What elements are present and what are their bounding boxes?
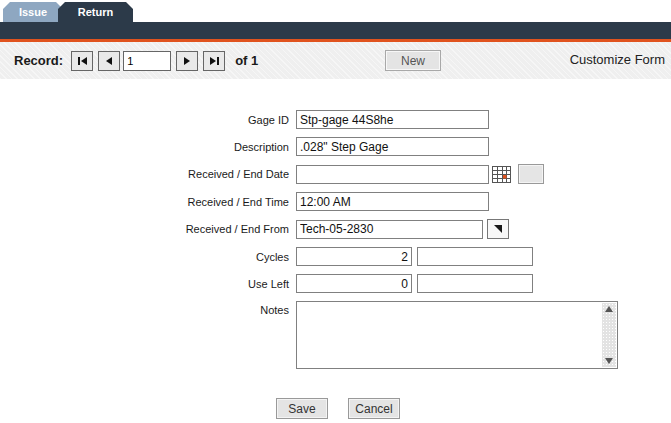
customize-form-link[interactable]: Customize Form — [570, 52, 665, 67]
received-end-date-label: Received / End Date — [0, 168, 296, 180]
tab-return[interactable]: Return — [58, 2, 133, 22]
date-picker-button[interactable] — [491, 165, 512, 184]
received-end-date-row: Received / End Date — [0, 164, 671, 184]
first-record-icon — [78, 57, 80, 65]
return-form: Gage ID Description Received / End Date — [0, 79, 671, 423]
use-left-secondary-field[interactable] — [417, 274, 533, 293]
tab-return-label: Return — [78, 6, 113, 18]
form-actions: Save Cancel — [276, 398, 671, 419]
tab-strip: Issue Return — [0, 0, 671, 22]
record-count-label: of 1 — [235, 53, 258, 68]
record-number-input[interactable] — [123, 51, 171, 71]
calendar-icon — [492, 166, 511, 183]
save-button[interactable]: Save — [276, 398, 328, 419]
cycles-label: Cycles — [0, 251, 296, 263]
received-end-time-label: Received / End Time — [0, 196, 296, 208]
previous-record-button[interactable] — [98, 51, 120, 71]
tab-issue[interactable]: Issue — [3, 2, 63, 22]
received-end-time-row: Received / End Time — [0, 192, 671, 211]
received-end-from-dropdown-button[interactable] — [487, 219, 509, 239]
description-field[interactable] — [296, 137, 489, 156]
date-clear-button[interactable] — [518, 164, 544, 184]
cycles-row: Cycles — [0, 247, 671, 266]
gage-id-label: Gage ID — [0, 114, 296, 126]
received-end-date-field[interactable] — [296, 165, 489, 184]
header-bar — [0, 22, 671, 39]
use-left-field[interactable] — [296, 274, 412, 293]
tab-issue-label: Issue — [19, 6, 47, 18]
first-record-button[interactable] — [71, 51, 93, 71]
use-left-label: Use Left — [0, 278, 296, 290]
scroll-up-arrow-icon[interactable] — [605, 306, 613, 312]
notes-label: Notes — [0, 301, 296, 316]
cycles-field[interactable] — [296, 247, 412, 266]
record-label: Record: — [14, 53, 63, 68]
notes-box — [296, 301, 618, 369]
next-record-button[interactable] — [176, 51, 198, 71]
received-end-time-field[interactable] — [296, 192, 489, 211]
gage-id-row: Gage ID — [0, 110, 671, 129]
description-row: Description — [0, 137, 671, 156]
description-label: Description — [0, 141, 296, 153]
previous-record-icon — [106, 57, 112, 65]
cycles-secondary-field[interactable] — [417, 247, 533, 266]
next-record-icon — [184, 57, 190, 65]
cancel-button[interactable]: Cancel — [348, 398, 400, 419]
corner-arrow-icon — [494, 225, 502, 233]
received-end-from-row: Received / End From — [0, 219, 671, 239]
gage-id-field[interactable] — [296, 110, 489, 129]
scroll-down-arrow-icon[interactable] — [605, 358, 613, 364]
use-left-row: Use Left — [0, 274, 671, 293]
new-record-button[interactable]: New — [385, 50, 441, 71]
received-end-from-field[interactable] — [296, 220, 483, 239]
record-toolbar: Record: of 1 New Customize Form — [0, 42, 671, 79]
notes-row: Notes — [0, 301, 671, 369]
last-record-icon — [210, 57, 216, 65]
return-form-window: Issue Return Record: of 1 New Customize … — [0, 0, 671, 423]
last-record-button[interactable] — [203, 51, 225, 71]
received-end-from-label: Received / End From — [0, 223, 296, 235]
notes-textarea[interactable] — [297, 302, 617, 368]
notes-scrollbar[interactable] — [602, 303, 616, 367]
